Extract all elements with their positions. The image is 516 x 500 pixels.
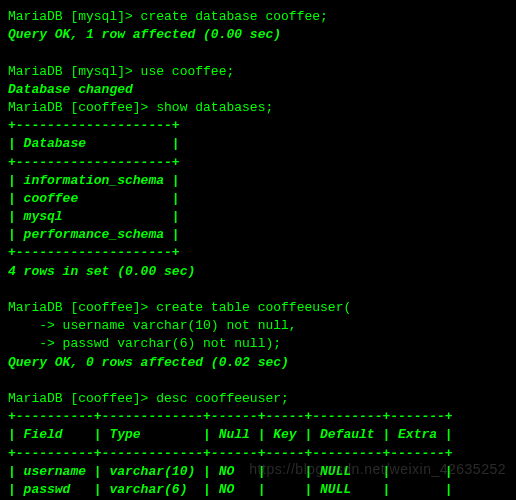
terminal-line: Query OK, 1 row affected (0.00 sec) [8,26,508,44]
terminal-line: Query OK, 0 rows affected (0.02 sec) [8,354,508,372]
terminal-line: | cooffee | [8,190,508,208]
terminal-line: 4 rows in set (0.00 sec) [8,263,508,281]
terminal-line: -> passwd varchar(6) not null); [8,335,508,353]
watermark-text: https://blog.csdn.net/weixin_42635252 [249,460,506,480]
terminal-line: | information_schema | [8,172,508,190]
terminal-line: MariaDB [cooffee]> desc cooffeeuser; [8,390,508,408]
terminal-line: +--------------------+ [8,154,508,172]
terminal-line: MariaDB [cooffee]> show databases; [8,99,508,117]
terminal-line: | passwd | varchar(6) | NO | | NULL | | [8,481,508,499]
terminal-line: +----------+-------------+------+-----+-… [8,408,508,426]
terminal-line [8,281,508,299]
terminal-output[interactable]: MariaDB [mysql]> create database cooffee… [8,8,508,500]
terminal-line: | Database | [8,135,508,153]
terminal-line: +--------------------+ [8,244,508,262]
terminal-line: | Field | Type | Null | Key | Default | … [8,426,508,444]
terminal-line: MariaDB [cooffee]> create table cooffeeu… [8,299,508,317]
terminal-line: | performance_schema | [8,226,508,244]
terminal-line: Database changed [8,81,508,99]
terminal-line: +--------------------+ [8,117,508,135]
terminal-line: | mysql | [8,208,508,226]
terminal-line: MariaDB [mysql]> use cooffee; [8,63,508,81]
terminal-line [8,372,508,390]
terminal-line: -> username varchar(10) not null, [8,317,508,335]
terminal-line [8,44,508,62]
terminal-line: MariaDB [mysql]> create database cooffee… [8,8,508,26]
